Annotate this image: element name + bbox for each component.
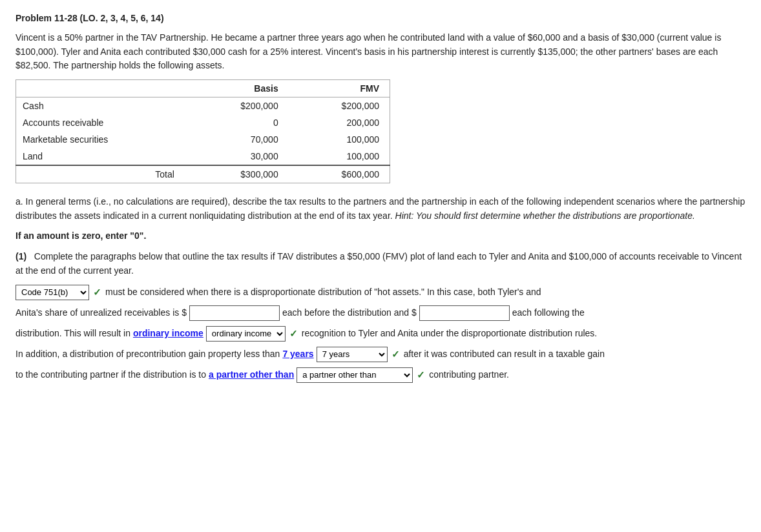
asset-basis: $200,000: [187, 97, 289, 115]
unrealized-receivables-before-input[interactable]: [189, 305, 280, 321]
row2-prefix: Anita's share of unrealized receivables …: [16, 305, 187, 320]
row4-text1: In addition, a distribution of precontri…: [16, 347, 280, 361]
row4-text2: after it was contributed can result in a…: [404, 347, 605, 361]
partner-other-than-dropdown[interactable]: a partner other than the same partner as…: [297, 367, 413, 383]
q1-row2: Anita's share of unrealized receivables …: [16, 305, 745, 321]
col-header-basis: Basis: [187, 80, 289, 97]
check-icon-1: ✓: [93, 285, 101, 300]
ordinary-income-link[interactable]: ordinary income: [133, 326, 203, 340]
bold-instruction: If an amount is zero, enter "0".: [16, 229, 745, 243]
row3-suffix: recognition to Tyler and Anita under the…: [302, 326, 597, 340]
check-icon-4: ✓: [417, 367, 425, 383]
asset-label: Accounts receivable: [16, 114, 187, 131]
table-row: Accounts receivable 0 200,000: [16, 114, 390, 131]
q1-row1: Code 751(b) Section 704(c) Code 751(a) ✓…: [16, 285, 745, 300]
asset-fmv: $200,000: [289, 97, 390, 115]
ordinary-income-dropdown[interactable]: ordinary income capital gain no income: [206, 326, 286, 342]
asset-basis: 70,000: [187, 131, 289, 148]
partner-other-than-link[interactable]: a partner other than: [209, 367, 294, 382]
q1-label: (1): [16, 251, 26, 261]
col-header-fmv: FMV: [289, 80, 390, 97]
row2-middle: each before the distribution and $: [282, 305, 417, 320]
code-751b-dropdown[interactable]: Code 751(b) Section 704(c) Code 751(a): [16, 285, 89, 300]
q1-row5: to the contributing partner if the distr…: [16, 367, 745, 383]
question-1-text: (1) Complete the paragraphs below that o…: [16, 250, 745, 278]
problem-title: Problem 11-28 (LO. 2, 3, 4, 5, 6, 14): [16, 13, 745, 23]
col-header-label: [16, 80, 187, 97]
total-fmv: $600,000: [289, 165, 390, 183]
row5-text2: contributing partner.: [429, 367, 509, 382]
asset-fmv: 100,000: [289, 148, 390, 165]
asset-fmv: 100,000: [289, 131, 390, 148]
asset-label: Land: [16, 148, 187, 165]
row5-text1: to the contributing partner if the distr…: [16, 367, 206, 382]
table-row: Land 30,000 100,000: [16, 148, 390, 165]
check-icon-3: ✓: [391, 347, 400, 362]
q1-row3: distribution. This will result in ordina…: [16, 326, 745, 342]
q1-row4: In addition, a distribution of precontri…: [16, 347, 745, 362]
row3-prefix: distribution. This will result in: [16, 326, 130, 340]
total-row: Total $300,000 $600,000: [16, 165, 390, 183]
seven-years-dropdown[interactable]: 7 years 5 years 10 years: [317, 347, 388, 362]
unrealized-receivables-after-input[interactable]: [419, 305, 510, 321]
section-a-text: a. In general terms (i.e., no calculatio…: [16, 195, 745, 223]
asset-basis: 30,000: [187, 148, 289, 165]
asset-basis: 0: [187, 114, 289, 131]
table-row: Cash $200,000 $200,000: [16, 97, 390, 115]
asset-label: Cash: [16, 97, 187, 115]
assets-table: Basis FMV Cash $200,000 $200,000 Account…: [16, 79, 390, 183]
check-icon-2: ✓: [289, 326, 298, 342]
seven-years-link[interactable]: 7 years: [282, 347, 313, 361]
total-basis: $300,000: [187, 165, 289, 183]
hint-text: Hint: You should first determine whether…: [395, 210, 695, 221]
row2-suffix: each following the: [512, 305, 585, 320]
intro-text: Vincent is a 50% partner in the TAV Part…: [16, 31, 745, 73]
total-label: Total: [16, 165, 187, 183]
row1-text: must be considered when there is a dispr…: [105, 285, 541, 299]
asset-fmv: 200,000: [289, 114, 390, 131]
q1-body: Complete the paragraphs below that outli…: [16, 251, 742, 276]
asset-label: Marketable securities: [16, 131, 187, 148]
table-row: Marketable securities 70,000 100,000: [16, 131, 390, 148]
